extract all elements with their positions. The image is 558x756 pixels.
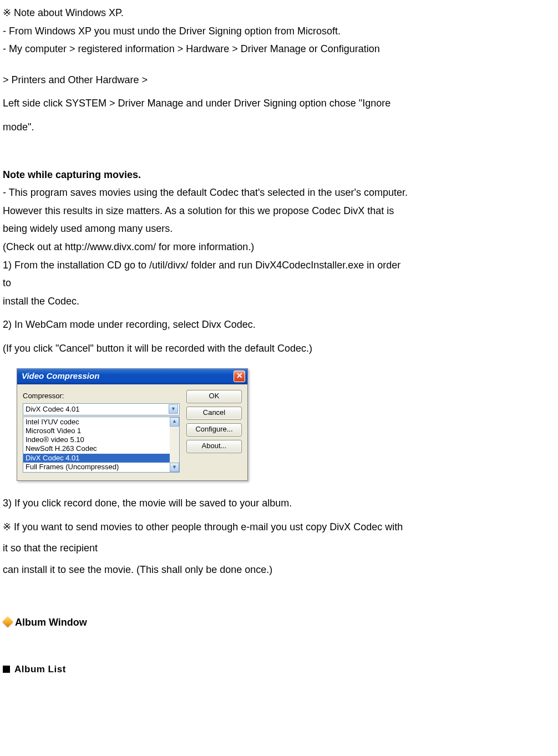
dash: -	[3, 43, 6, 54]
send-note-line1: ※ If you want to send movies to other pe…	[3, 519, 555, 536]
chevron-down-icon: ▼	[169, 404, 178, 414]
movies-para-1: However this results in size matters. As…	[3, 202, 555, 220]
album-list-heading: Album List	[3, 662, 555, 678]
configure-button[interactable]: Configure...	[186, 423, 242, 437]
note-symbol: ※	[3, 521, 11, 532]
list-item[interactable]: NewSoft H.263 Codec	[23, 444, 170, 453]
bullet-line-2: - My computer > registered information >…	[3, 40, 555, 58]
close-button[interactable]: ✕	[234, 371, 245, 382]
list-item[interactable]: Indeo® video 5.10	[23, 435, 170, 444]
scroll-down-icon[interactable]: ▼	[170, 463, 179, 472]
movies-bullet: - This program saves movies using the de…	[3, 184, 555, 201]
step1-line2: to	[3, 275, 555, 292]
close-icon: ✕	[236, 369, 243, 383]
dialog-left-col: Compressor: DivX Codec 4.01 ▼ Intel IYUV…	[23, 390, 180, 473]
path-line: > Printers and Other Hardware >	[3, 72, 555, 89]
bullet-text: My computer > registered information > H…	[9, 43, 380, 54]
step3: 3) If you click record done, the movie w…	[3, 495, 555, 512]
cancel-button[interactable]: Cancel	[186, 407, 242, 420]
movies-para-3: (Check out at http://www.divx.com/ for m…	[3, 239, 555, 256]
combo-value: DivX Codec 4.01	[26, 403, 80, 415]
cancel-note: (If you click "Cancel" button it will be…	[3, 340, 555, 357]
note-line: ※ Note about Windows XP.	[3, 4, 555, 22]
list-item-selected[interactable]: DivX Codec 4.01	[23, 454, 170, 463]
scrollbar[interactable]: ▲ ▼	[170, 417, 179, 473]
note-text: Note about Windows XP.	[14, 7, 124, 18]
listbox-items: Intel IYUV codec Microsoft Video 1 Indeo…	[23, 417, 170, 473]
movies-para-2: being widely used among many users.	[3, 220, 555, 237]
dash: -	[3, 26, 6, 37]
scroll-up-icon[interactable]: ▲	[170, 417, 179, 427]
ok-button[interactable]: OK	[186, 390, 242, 403]
step2: 2) In WebCam mode under recording, selec…	[3, 316, 555, 333]
send-note-line3: can install it to see the movie. (This s…	[3, 561, 555, 579]
instruction-line-1: Left side click SYSTEM > Driver Manage a…	[3, 95, 555, 112]
album-list-text: Album List	[14, 664, 66, 674]
album-window-heading: Album Window	[3, 614, 555, 631]
video-compression-dialog: Video Compression ✕ Compressor: DivX Cod…	[17, 368, 248, 481]
note-text: If you want to send movies to other peop…	[14, 521, 403, 532]
dialog-title: Video Compression	[22, 369, 99, 383]
album-window-text: Album Window	[15, 617, 87, 628]
dialog-titlebar: Video Compression ✕	[17, 369, 247, 384]
instruction-line-2: mode".	[3, 119, 555, 136]
dash: -	[3, 187, 6, 198]
movies-heading: Note while capturing movies.	[3, 166, 555, 184]
note-symbol: ※	[3, 7, 11, 18]
step1-line1: 1) From the installation CD go to /util/…	[3, 257, 555, 274]
compressor-listbox[interactable]: Intel IYUV codec Microsoft Video 1 Indeo…	[23, 417, 180, 473]
bullet-text: From Windows XP you must undo the Driver…	[9, 26, 341, 37]
list-item[interactable]: Microsoft Video 1	[23, 427, 170, 435]
bullet-text: This program saves movies using the defa…	[9, 187, 408, 198]
step1-line3: install the Codec.	[3, 293, 555, 310]
send-note-line2: it so that the recipient	[3, 540, 555, 557]
compressor-label: Compressor:	[23, 390, 180, 402]
dialog-body: Compressor: DivX Codec 4.01 ▼ Intel IYUV…	[17, 384, 247, 481]
list-item[interactable]: Intel IYUV codec	[23, 418, 170, 427]
compressor-combo[interactable]: DivX Codec 4.01 ▼	[23, 403, 180, 415]
bullet-line-1: - From Windows XP you must undo the Driv…	[3, 23, 555, 40]
dialog-right-col: OK Cancel Configure... About...	[186, 390, 242, 473]
list-item[interactable]: Full Frames (Uncompressed)	[23, 463, 170, 471]
square-bullet-icon	[3, 666, 10, 673]
video-compression-dialog-wrapper: Video Compression ✕ Compressor: DivX Cod…	[17, 368, 555, 481]
about-button[interactable]: About...	[186, 440, 242, 453]
diamond-icon	[3, 617, 13, 627]
